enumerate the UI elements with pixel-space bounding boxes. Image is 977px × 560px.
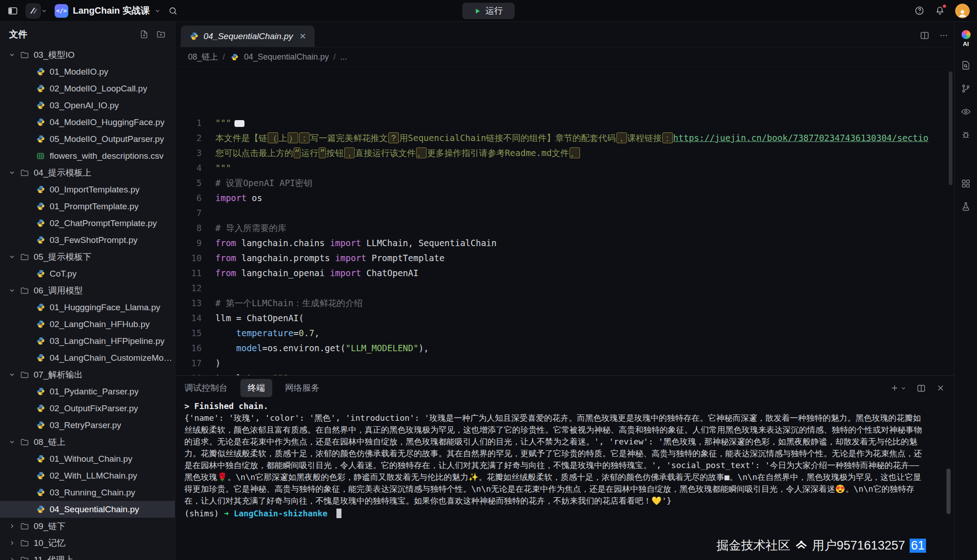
split-editor-icon[interactable] <box>920 30 930 40</box>
breadcrumb-folder[interactable]: 08_链上 <box>188 51 218 62</box>
editor-scrollbar[interactable] <box>949 71 952 185</box>
chevron-down-icon <box>8 371 15 378</box>
tree-item-label: 01_HugggingFace_Llama.py <box>50 303 160 313</box>
breadcrumb-file[interactable]: 04_SequentialChain.py <box>244 52 329 62</box>
code-line: 5# 设置OpenAI API密钥 <box>175 176 954 191</box>
workspace-logo[interactable] <box>25 3 47 19</box>
tree-file[interactable]: 01_HugggingFace_Llama.py <box>0 299 175 316</box>
notifications-bell-icon[interactable] <box>935 5 945 16</box>
line-content: 本文件是【链（上）：写一篇完美鲜花推文？用SequencialChain链接不同… <box>215 131 928 146</box>
panel-actions <box>890 383 945 393</box>
tree-folder[interactable]: 10_记忆 <box>0 535 175 551</box>
tree-file[interactable]: 04_ModelIO_HuggingFace.py <box>0 114 175 131</box>
project-switcher[interactable]: </> LangChain 实战课 <box>55 4 161 18</box>
python-file-icon <box>36 471 46 480</box>
tree-file[interactable]: 05_ModelIO_OutputParser.py <box>0 131 175 147</box>
tree-file[interactable]: 01_Without_Chain.py <box>0 450 175 467</box>
tree-file[interactable]: CoT.py <box>0 265 175 282</box>
code-link[interactable]: https://juejin.cn/book/73877023474361303… <box>673 133 929 143</box>
file-search-icon[interactable] <box>961 60 971 71</box>
terminal-prompt: (shims) ➜ LangChain-shizhanke <box>184 508 922 520</box>
breadcrumb: 08_链上 / 04_SequentialChain.py / ... <box>175 47 954 66</box>
tree-file[interactable]: 03_FewShotPrompt.py <box>0 232 175 248</box>
tree-file[interactable]: 02_OutputFixParser.py <box>0 400 175 417</box>
tree-folder[interactable]: 04_提示模板上 <box>0 164 175 181</box>
main-layout: 文件 03_模型IO01_ModelIO.py02_ModelIO_LoopCa… <box>0 22 977 560</box>
tree-file[interactable]: 01_PromptTemplate.py <box>0 198 175 215</box>
line-number: 16 <box>175 341 215 356</box>
watermark: 掘金技术社区 用户957161325761 <box>717 537 926 554</box>
tree-file[interactable]: 03_Running_Chain.py <box>0 484 175 501</box>
tree-folder[interactable]: 06_调用模型 <box>0 282 175 299</box>
python-file-icon <box>36 135 46 143</box>
python-file-icon <box>36 84 46 93</box>
user-avatar[interactable] <box>955 4 970 18</box>
bottom-panel: 调试控制台 终端 网络服务 > Finished c <box>175 375 954 560</box>
line-content: # 导入所需要的库 <box>215 221 286 236</box>
code-line: 12 <box>175 281 954 296</box>
tree-folder[interactable]: 09_链下 <box>0 518 175 535</box>
run-button[interactable]: 运行 <box>463 3 515 19</box>
tree-item-label: 02_ChatPromptTemplate.py <box>50 218 157 228</box>
grid-icon[interactable] <box>961 178 971 189</box>
tree-folder[interactable]: 07_解析输出 <box>0 366 175 383</box>
editor-tab-active[interactable]: 04_SequentialChain.py ✕ <box>181 25 315 47</box>
tree-file[interactable]: 04_LangChain_CustomizeMod... <box>0 349 175 366</box>
code-line: 7 <box>175 206 954 221</box>
line-number: 5 <box>175 176 215 191</box>
python-file-icon <box>36 219 46 227</box>
tree-file[interactable]: 02_With_LLMChain.py <box>0 467 175 484</box>
tree-file[interactable]: 03_RetryParser.py <box>0 417 175 434</box>
tree-file[interactable]: 00_ImportTemplates.py <box>0 181 175 198</box>
line-content: from langchain_openai import ChatOpenAI <box>215 266 418 281</box>
terminal-scrollbar[interactable] <box>946 469 951 514</box>
ai-assistant-icon[interactable]: AI <box>962 30 971 47</box>
terminal-finished-line: > Finished chain. <box>184 400 922 412</box>
bug-icon[interactable] <box>961 130 971 140</box>
search-icon[interactable] <box>168 6 178 16</box>
close-panel-icon[interactable] <box>936 383 945 393</box>
breadcrumb-more[interactable]: ... <box>340 52 347 62</box>
git-branch-icon[interactable] <box>961 83 971 94</box>
eye-icon[interactable] <box>961 106 971 117</box>
tree-file[interactable]: 03_OpenAI_IO.py <box>0 97 175 114</box>
tree-folder[interactable]: 05_提示模板下 <box>0 248 175 265</box>
tree-file[interactable]: 03_LangChain_HFPipeline.py <box>0 333 175 349</box>
tree-file[interactable]: 01_ModelIO.py <box>0 63 175 80</box>
new-terminal-icon[interactable] <box>890 383 906 393</box>
more-actions-icon[interactable] <box>939 30 949 40</box>
chevron-right-icon <box>8 540 15 546</box>
chevron-down-icon <box>8 253 15 260</box>
csv-file-icon <box>36 152 46 160</box>
tree-file[interactable]: 02_ChatPromptTemplate.py <box>0 215 175 232</box>
tree-file[interactable]: flowers_with_descriptions.csv <box>0 147 175 164</box>
topbar-right <box>914 4 970 18</box>
code-line: 17) <box>175 356 954 371</box>
tab-terminal[interactable]: 终端 <box>240 379 272 397</box>
tree-file[interactable]: 02_ModelIO_LoopCall.py <box>0 80 175 97</box>
split-terminal-icon[interactable] <box>916 383 926 393</box>
new-folder-icon[interactable] <box>156 30 166 39</box>
inline-ai-widget[interactable] <box>234 120 244 127</box>
line-number: 18 <box>175 371 215 375</box>
sidebar-toggle-icon[interactable] <box>7 5 18 16</box>
tree-file[interactable]: 02_LangChain_HFHub.py <box>0 316 175 333</box>
tree-folder[interactable]: 03_模型IO <box>0 46 175 63</box>
terminal[interactable]: > Finished chain. {'name': '玫瑰', 'color'… <box>175 400 954 560</box>
tree-folder[interactable]: 11_代理上 <box>0 551 175 560</box>
line-content: model=os.environ.get("LLM_MODELEND"), <box>215 341 429 356</box>
tab-network-service[interactable]: 网络服务 <box>285 382 320 394</box>
tab-close-icon[interactable]: ✕ <box>300 31 306 41</box>
line-content: 您可以点击最上方的“运行”按钮，直接运行该文件。更多操作指引请参考Readme.… <box>215 146 580 161</box>
help-icon[interactable] <box>914 5 925 16</box>
new-file-icon[interactable] <box>139 30 149 39</box>
tree-folder[interactable]: 08_链上 <box>0 434 175 450</box>
tree-item-label: 02_ModelIO_LoopCall.py <box>50 84 147 94</box>
tree-file[interactable]: 04_SequentialChain.py <box>0 501 175 518</box>
code-editor[interactable]: 1"""2本文件是【链（上）：写一篇完美鲜花推文？用SequencialChai… <box>175 66 954 375</box>
tree-file[interactable]: 01_Pydantic_Parser.py <box>0 383 175 400</box>
python-file-icon <box>36 505 46 514</box>
file-explorer-sidebar: 文件 03_模型IO01_ModelIO.py02_ModelIO_LoopCa… <box>0 22 175 560</box>
tab-debug-console[interactable]: 调试控制台 <box>184 382 228 394</box>
flask-icon[interactable] <box>961 202 971 212</box>
